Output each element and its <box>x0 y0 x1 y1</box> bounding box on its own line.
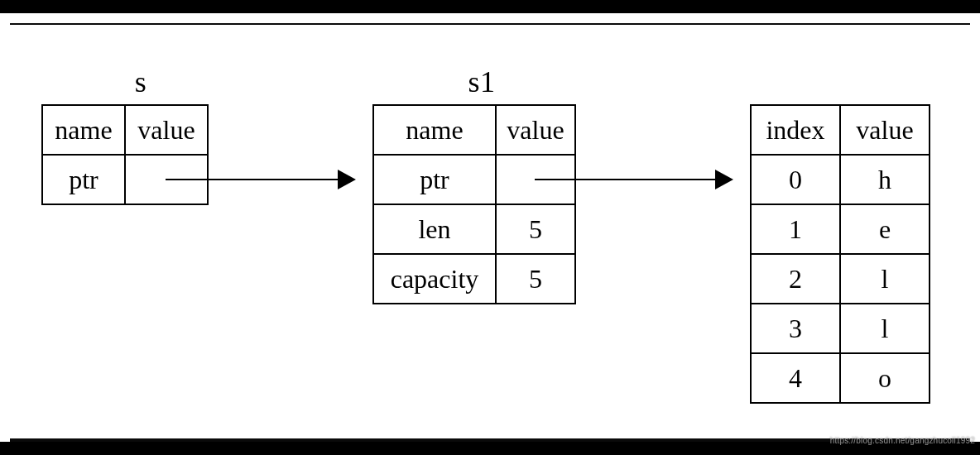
table-row: 3 l <box>751 304 930 353</box>
cell-index: 1 <box>751 204 840 254</box>
frame-band-top <box>0 8 980 13</box>
cell-value: l <box>840 304 930 353</box>
title-s: s <box>124 65 157 99</box>
table-row: 0 h <box>751 155 930 204</box>
cell-ptr-name: ptr <box>373 155 496 204</box>
cell-index: 2 <box>751 254 840 304</box>
cell-value: o <box>840 353 930 403</box>
table-row: 2 l <box>751 254 930 304</box>
arrow-s1-to-heap <box>535 179 732 180</box>
cell-value: h <box>840 155 930 204</box>
arrow-s-to-s1 <box>166 179 354 180</box>
header-value: value <box>840 105 930 155</box>
cell-len-name: len <box>373 204 496 254</box>
diagram-stage: s s1 name value ptr name value ptr <box>10 23 970 442</box>
cell-capacity-name: capacity <box>373 254 496 304</box>
header-index: index <box>751 105 840 155</box>
table-row: index value <box>751 105 930 155</box>
title-s1: s1 <box>457 65 507 99</box>
cell-capacity-value: 5 <box>496 254 575 304</box>
table-s1: name value ptr len 5 capacity 5 <box>372 104 576 304</box>
header-name: name <box>42 105 125 155</box>
cell-len-value: 5 <box>496 204 575 254</box>
header-value: value <box>496 105 575 155</box>
table-row: 1 e <box>751 204 930 254</box>
cell-value: l <box>840 254 930 304</box>
cell-index: 0 <box>751 155 840 204</box>
table-row: name value <box>373 105 575 155</box>
frame-band-bottom <box>0 442 980 447</box>
table-s: name value ptr <box>41 104 209 205</box>
table-row: capacity 5 <box>373 254 575 304</box>
cell-ptr-name: ptr <box>42 155 125 204</box>
table-heap: index value 0 h 1 e 2 l 3 l 4 o <box>750 104 930 404</box>
table-row: name value <box>42 105 208 155</box>
table-row: 4 o <box>751 353 930 403</box>
header-value: value <box>125 105 208 155</box>
cell-value: e <box>840 204 930 254</box>
header-name: name <box>373 105 496 155</box>
cell-index: 4 <box>751 353 840 403</box>
table-row: len 5 <box>373 204 575 254</box>
cell-index: 3 <box>751 304 840 353</box>
diagram-frame: s s1 name value ptr name value ptr <box>0 0 980 455</box>
